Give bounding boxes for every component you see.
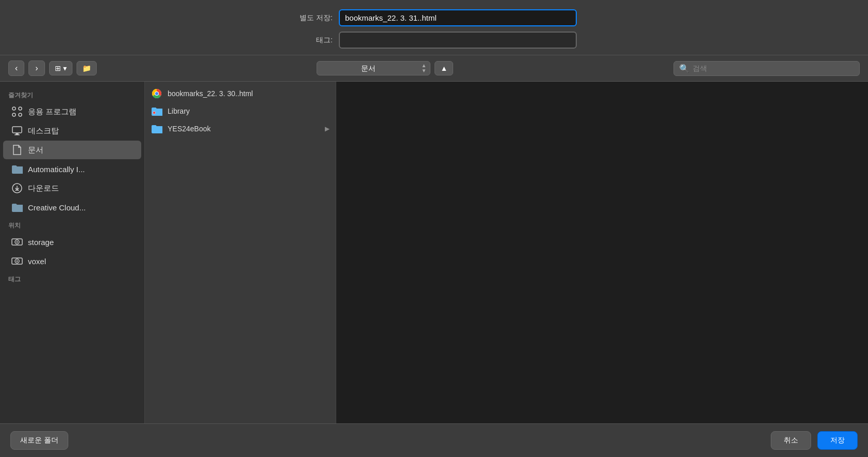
voxel-icon xyxy=(11,255,23,267)
file-item-name: YES24eBook xyxy=(168,125,320,133)
tag-section-title: 태그 xyxy=(0,271,144,286)
sidebar-item-downloads[interactable]: 다운로드 xyxy=(3,179,141,197)
sidebar-item-storage[interactable]: storage xyxy=(3,233,141,251)
svg-rect-4 xyxy=(12,127,22,133)
tag-row: 태그: xyxy=(21,32,847,49)
back-button[interactable]: ‹ xyxy=(8,60,24,76)
tag-label: 태그: xyxy=(291,36,333,45)
svg-point-10 xyxy=(17,241,18,243)
chevron-right-icon: ▶ xyxy=(325,125,330,132)
search-container: 🔍 xyxy=(674,61,860,76)
sidebar-item-auto[interactable]: Automatically I... xyxy=(3,160,141,178)
save-as-row: 별도 저장: xyxy=(21,9,847,26)
bottom-bar: 새로운 폴더 취소 저장 xyxy=(0,423,868,457)
save-button[interactable]: 저장 xyxy=(817,431,858,450)
chrome-file-icon xyxy=(151,88,162,99)
desktop-icon xyxy=(11,125,23,136)
search-icon: 🔍 xyxy=(679,64,690,73)
svg-rect-5 xyxy=(16,133,19,134)
sidebar-item-documents[interactable]: 문서 xyxy=(3,141,141,159)
location-section-title: 위치 xyxy=(0,217,144,232)
location-select-container: 문서 ▲ ▼ xyxy=(317,61,430,75)
svg-point-13 xyxy=(17,261,18,262)
new-folder-button[interactable]: 새로운 폴더 xyxy=(10,431,68,450)
favorites-section-title: 즐겨찾기 xyxy=(0,87,144,102)
file-item-name: bookmarks_22. 3. 30..html xyxy=(168,89,330,98)
svg-point-17 xyxy=(153,112,156,114)
main-content: 즐겨찾기 응용 프로그램 데스크탑 xyxy=(0,82,868,423)
file-list-column: bookmarks_22. 3. 30..html Library xyxy=(145,82,336,423)
search-input[interactable] xyxy=(693,64,854,72)
svg-point-16 xyxy=(155,92,158,95)
svg-point-2 xyxy=(12,113,16,116)
sidebar-item-label: Automatically I... xyxy=(28,165,85,174)
sidebar-item-label: voxel xyxy=(28,257,46,266)
folder-yes24-icon xyxy=(151,123,162,134)
list-item[interactable]: bookmarks_22. 3. 30..html xyxy=(145,85,336,102)
sidebar-item-label: Creative Cloud... xyxy=(28,203,86,212)
cancel-button[interactable]: 취소 xyxy=(771,431,811,450)
sidebar-item-label: 응용 프로그램 xyxy=(28,107,77,117)
forward-button[interactable]: › xyxy=(28,60,44,76)
svg-point-3 xyxy=(19,113,22,116)
file-browser: bookmarks_22. 3. 30..html Library xyxy=(145,82,868,423)
bottom-right-buttons: 취소 저장 xyxy=(771,431,858,450)
svg-point-1 xyxy=(19,107,22,110)
svg-rect-6 xyxy=(14,134,20,135)
document-icon xyxy=(11,144,23,156)
list-item[interactable]: Library xyxy=(145,102,336,120)
folder-library-icon xyxy=(151,105,162,117)
view-dropdown-arrow: ▾ xyxy=(63,64,67,72)
toolbar: ‹ › ⊞ ▾ 📁 문서 ▲ ▼ ▲ 🔍 xyxy=(0,55,868,82)
file-item-name: Library xyxy=(168,107,330,115)
tag-input[interactable] xyxy=(339,32,577,49)
storage-icon xyxy=(11,236,23,248)
folder-auto-icon xyxy=(11,163,23,175)
sidebar-item-label: 다운로드 xyxy=(28,184,59,193)
sidebar-item-applications[interactable]: 응용 프로그램 xyxy=(3,102,141,121)
sidebar-item-label: 문서 xyxy=(28,145,43,155)
sidebar-item-creative[interactable]: Creative Cloud... xyxy=(3,198,141,217)
view-icon: ⊞ xyxy=(55,64,61,72)
expand-button[interactable]: ▲ xyxy=(435,61,453,75)
view-mode-button[interactable]: ⊞ ▾ xyxy=(49,61,72,75)
sidebar: 즐겨찾기 응용 프로그램 데스크탑 xyxy=(0,82,145,423)
folder-creative-icon xyxy=(11,202,23,213)
top-bar: 별도 저장: 태그: xyxy=(0,0,868,55)
sidebar-item-label: 데스크탑 xyxy=(28,126,59,136)
save-as-label: 별도 저장: xyxy=(291,13,333,23)
preview-area xyxy=(336,82,868,423)
sidebar-item-label: storage xyxy=(28,238,54,247)
location-selector-wrapper: 문서 ▲ ▼ ▲ xyxy=(101,61,669,75)
sidebar-item-voxel[interactable]: voxel xyxy=(3,252,141,270)
apps-icon xyxy=(11,106,23,117)
svg-point-0 xyxy=(12,107,16,110)
new-folder-icon: 📁 xyxy=(82,64,91,72)
new-folder-toolbar-button[interactable]: 📁 xyxy=(77,61,97,75)
list-item[interactable]: YES24eBook ▶ xyxy=(145,120,336,138)
sidebar-item-desktop[interactable]: 데스크탑 xyxy=(3,121,141,140)
location-select[interactable]: 문서 xyxy=(317,61,430,75)
download-icon xyxy=(11,182,23,194)
save-as-input[interactable] xyxy=(339,9,577,26)
